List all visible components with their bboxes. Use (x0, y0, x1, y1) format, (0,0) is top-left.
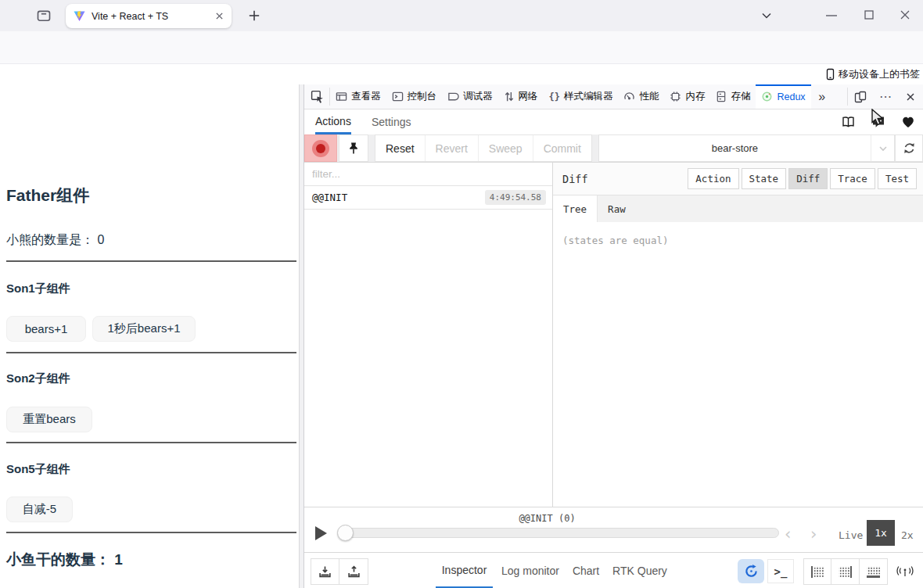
playback-slider-knob[interactable] (337, 525, 354, 541)
layout-bottom-toggle[interactable] (860, 558, 888, 585)
revert-button[interactable]: Revert (426, 135, 479, 161)
devtools-tab-network[interactable]: 网络 (498, 84, 544, 109)
devtools-meatball-menu[interactable]: ⋯ (873, 84, 898, 109)
sponsor-heart-icon[interactable] (901, 116, 915, 128)
firefox-view-icon[interactable] (36, 8, 52, 23)
fish-count-value: 1 (114, 551, 123, 568)
reset-button[interactable]: Reset (375, 135, 426, 161)
monitor-footer: Inspector Log monitor Chart RTK Query >_ (304, 552, 923, 588)
action-inspector-panel: Diff Action State Diff Trace Test Tree R… (553, 163, 923, 507)
list-tabs-chevron-icon[interactable] (760, 10, 773, 21)
filter-input[interactable] (304, 168, 552, 180)
tab-label: 性能 (639, 90, 659, 103)
tab-vite-react-ts[interactable]: Vite + React + TS (66, 4, 232, 28)
console-icon (392, 91, 404, 102)
devtools-tab-debugger[interactable]: 调试器 (442, 84, 498, 109)
son1-title: Son1子组件 (6, 281, 70, 296)
new-tab-button[interactable] (247, 9, 261, 23)
step-back-button[interactable]: ‹ (785, 525, 791, 543)
decrement-5-button[interactable]: 自减-5 (6, 497, 73, 522)
devtools-tab-storage[interactable]: 存储 (710, 84, 756, 109)
devtools-tabbar: 查看器 控制台 调试器 (304, 84, 923, 109)
commit-button[interactable]: Commit (533, 135, 591, 161)
footer-tab-log-monitor[interactable]: Log monitor (500, 553, 561, 588)
tab-settings[interactable]: Settings (372, 109, 411, 134)
live-button[interactable]: Live (839, 529, 863, 541)
subtab-raw[interactable]: Raw (598, 195, 636, 222)
braces-icon: {} (549, 91, 560, 102)
speed-2x-button[interactable]: 2x (901, 529, 914, 541)
bears-plus-delayed-button[interactable]: 1秒后bears+1 (92, 316, 196, 342)
devtools-tab-console[interactable]: 控制台 (386, 84, 443, 109)
layout-right-toggle[interactable] (831, 558, 860, 585)
chevron-down-icon[interactable] (871, 135, 894, 161)
bookmark-mobile-folder[interactable]: 移动设备上的书签 (825, 67, 920, 81)
devtools-close-icon[interactable] (898, 84, 923, 109)
tab-actions[interactable]: Actions (315, 109, 351, 134)
tab-test[interactable]: Test (878, 168, 917, 189)
remote-broadcast-icon[interactable] (891, 558, 919, 585)
page-title: Father组件 (6, 185, 89, 206)
window-close-button[interactable] (898, 8, 912, 22)
inspector-icon (336, 91, 347, 102)
sync-instances-button[interactable] (895, 134, 923, 162)
devtools-tab-style-editor[interactable]: {} 样式编辑器 (544, 84, 619, 109)
devtools-tab-memory[interactable]: 内存 (664, 84, 710, 109)
diff-subtabs: Tree Raw (553, 195, 923, 222)
son2-title: Son2子组件 (6, 371, 70, 386)
footer-tab-inspector[interactable]: Inspector (436, 553, 493, 588)
play-button[interactable] (315, 526, 327, 540)
tab-title: Vite + React + TS (92, 11, 209, 22)
playback-slider[interactable] (339, 528, 779, 538)
responsive-design-icon[interactable] (848, 84, 873, 109)
tab-trace[interactable]: Trace (830, 168, 875, 189)
export-button[interactable] (339, 558, 368, 585)
playback-bar: @@INIT (0) ‹ › Live 1x 2x (304, 507, 923, 552)
devtools-tab-performance[interactable]: 性能 (618, 84, 664, 109)
devtools-tab-inspector[interactable]: 查看器 (330, 84, 386, 109)
autorefresh-loop-icon[interactable] (738, 559, 764, 583)
tab-label: 网络 (519, 90, 538, 103)
overflow-tabs-chevron[interactable]: » (811, 84, 833, 109)
tab-diff[interactable]: Diff (788, 168, 828, 189)
devtools-tab-redux[interactable]: Redux (756, 84, 810, 109)
record-button[interactable] (304, 134, 337, 162)
bears-plus-button[interactable]: bears+1 (6, 316, 86, 342)
footer-tab-rtk-query[interactable]: RTK Query (611, 553, 669, 588)
memory-chip-icon (670, 91, 681, 102)
action-timestamp[interactable]: 4:49:54.58 (485, 190, 546, 205)
inspector-header: Diff Action State Diff Trace Test (553, 163, 923, 195)
bookmarks-toolbar: 移动设备上的书签 (0, 64, 923, 84)
instance-name: bear-store (599, 142, 871, 154)
window-maximize-button[interactable] (862, 8, 876, 22)
footer-tab-chart[interactable]: Chart (567, 553, 605, 588)
bears-count-value: 0 (97, 233, 104, 246)
feedback-chat-icon[interactable] (871, 116, 885, 128)
playback-action-label: @@INIT (0) (304, 513, 790, 524)
performance-gauge-icon (623, 91, 635, 102)
page-content: Father组件 小熊的数量是： 0 Son1子组件 bears+1 1秒后be… (0, 84, 299, 588)
pin-button[interactable] (339, 134, 368, 162)
reset-bears-button[interactable]: 重置bears (6, 407, 92, 432)
action-row-init[interactable]: @@INIT 4:49:54.58 (304, 186, 552, 210)
element-picker-icon[interactable] (304, 84, 329, 109)
subtab-tree[interactable]: Tree (553, 195, 598, 222)
import-button[interactable] (311, 558, 339, 585)
devtools-splitter[interactable] (299, 84, 304, 588)
instance-select[interactable]: bear-store (598, 134, 895, 162)
step-forward-button[interactable]: › (810, 525, 817, 543)
speed-1x-button[interactable]: 1x (867, 520, 895, 546)
tab-close-icon[interactable] (215, 12, 224, 20)
layout-left-toggle[interactable] (803, 558, 831, 585)
tab-label: 查看器 (351, 90, 381, 103)
window-minimize-button[interactable] (824, 13, 839, 18)
sweep-button[interactable]: Sweep (479, 135, 533, 161)
dispatcher-terminal-button[interactable]: >_ (767, 559, 794, 583)
vite-logo-icon (74, 10, 85, 22)
tab-action[interactable]: Action (688, 168, 738, 189)
tab-strip: Vite + React + TS (0, 0, 923, 31)
devtools-panel: 查看器 控制台 调试器 (304, 84, 923, 588)
layout-toggle-group (803, 558, 888, 585)
tab-state[interactable]: State (742, 168, 787, 189)
docs-book-icon[interactable] (841, 116, 856, 128)
